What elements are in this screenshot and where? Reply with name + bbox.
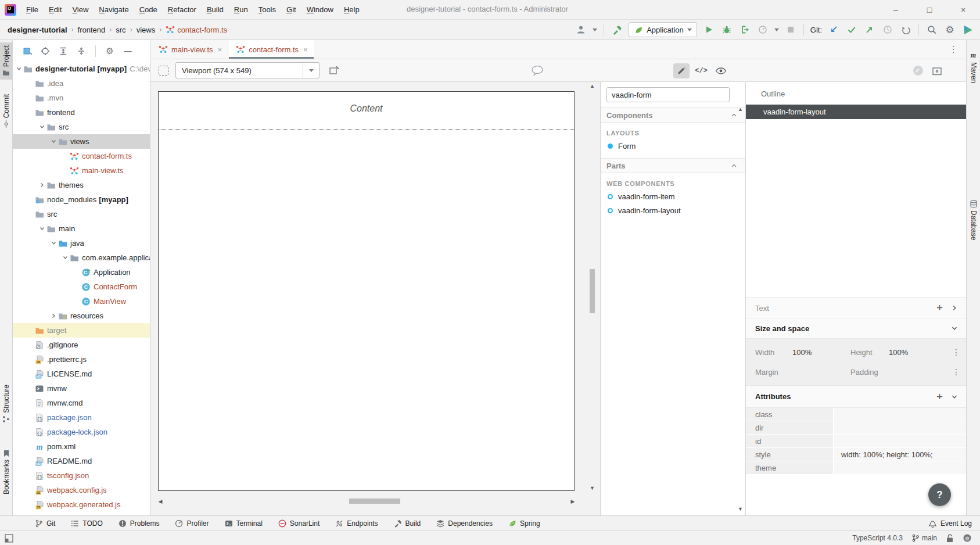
rollback-button[interactable] <box>899 23 912 36</box>
locate-file-button[interactable] <box>40 46 51 56</box>
tree-chevron-icon[interactable] <box>50 240 58 246</box>
tree-row--prettierrc-js[interactable]: JS.prettierrc.js <box>13 352 150 367</box>
minimize-button[interactable]: – <box>879 0 913 20</box>
maximize-button[interactable]: □ <box>913 0 946 20</box>
run-configuration-select[interactable]: Application <box>629 22 697 37</box>
tree-row-src[interactable]: src <box>13 120 150 134</box>
tool-tab-database[interactable]: Database <box>967 197 980 243</box>
tree-row-application[interactable]: CApplication <box>13 265 150 279</box>
editor-tab-main-view-ts[interactable]: main-view.ts× <box>152 40 228 59</box>
menu-git[interactable]: Git <box>281 3 301 16</box>
run-button[interactable] <box>702 23 715 36</box>
menu-refactor[interactable]: Refactor <box>163 3 202 16</box>
palette-scroll-down-icon[interactable]: ▼ <box>738 506 743 512</box>
menu-window[interactable]: Window <box>301 3 339 16</box>
palette-item-vaadin-form-layout[interactable]: vaadin-form-layout <box>601 203 745 217</box>
expand-all-button[interactable] <box>58 46 69 56</box>
edit-mode-button[interactable] <box>673 63 690 78</box>
rotate-viewport-icon[interactable] <box>328 64 340 77</box>
tool-window-button-profiler[interactable]: Profiler <box>175 519 209 528</box>
collapse-size-icon[interactable] <box>951 325 958 332</box>
close-tab-icon[interactable]: × <box>218 45 222 54</box>
tree-row-package-json[interactable]: {}package.json <box>13 410 150 425</box>
expand-text-icon[interactable] <box>951 304 958 311</box>
scroll-left-icon[interactable]: ◀ <box>157 499 163 504</box>
close-tab-icon[interactable]: × <box>303 45 308 54</box>
spacing-row-kebab-icon[interactable]: ⋮ <box>952 367 960 377</box>
tree-row-main[interactable]: main <box>13 221 150 236</box>
tree-chevron-icon[interactable] <box>38 182 46 188</box>
tree-row-mainview[interactable]: CMainView <box>13 294 150 309</box>
tree-row-mvnw[interactable]: mvnw <box>13 381 150 396</box>
tree-row--idea[interactable]: .idea <box>13 76 150 91</box>
tree-row-frontend[interactable]: frontend <box>13 105 150 120</box>
tree-row-webpack-config-js[interactable]: JSwebpack.config.js <box>13 483 150 497</box>
selection-mode-icon[interactable] <box>159 66 168 76</box>
settings-button[interactable]: ⚙ <box>943 23 956 36</box>
tree-chevron-icon[interactable] <box>38 225 46 232</box>
tree-row-target[interactable]: target <box>13 323 150 338</box>
tree-row-com-example-applica[interactable]: com.example.applica <box>13 250 150 265</box>
horizontal-scroll-thumb[interactable] <box>349 499 400 504</box>
tree-row--mvn[interactable]: .mvn <box>13 91 150 105</box>
tool-window-button-terminal[interactable]: Terminal <box>225 519 263 528</box>
tree-chevron-icon[interactable] <box>50 138 58 145</box>
tree-row-pom-xml[interactable]: mpom.xml <box>13 439 150 454</box>
add-text-icon[interactable]: + <box>936 302 943 314</box>
breadcrumb-item[interactable]: designer-tutorial <box>6 24 69 35</box>
tree-row-designer-tutorial[interactable]: designer-tutorial[myapp]C:\dev\ <box>13 62 150 76</box>
hide-panel-button[interactable]: — <box>123 46 133 56</box>
tree-row--gitignore[interactable]: .gitignore <box>13 338 150 352</box>
canvas-horizontal-scrollbar[interactable]: ◀ ▶ <box>157 497 576 505</box>
profiler-caret[interactable] <box>774 28 779 31</box>
tree-chevron-icon[interactable] <box>38 124 46 130</box>
padding-label[interactable]: Padding <box>850 368 878 377</box>
tree-row-main-view-ts[interactable]: main-view.ts <box>13 163 150 178</box>
tree-row-src[interactable]: src <box>13 207 150 221</box>
close-button[interactable]: × <box>946 0 980 20</box>
profiler-button[interactable] <box>756 23 769 36</box>
tool-window-button-spring[interactable]: Spring <box>508 519 540 528</box>
breadcrumb-item[interactable]: views <box>135 24 157 35</box>
editor-tab-contact-form-ts[interactable]: contact-form.ts× <box>229 40 314 59</box>
menu-edit[interactable]: Edit <box>44 3 67 16</box>
menu-help[interactable]: Help <box>339 3 365 16</box>
collapse-attributes-icon[interactable] <box>951 393 958 400</box>
search-everywhere-button[interactable] <box>925 23 938 36</box>
tree-row-package-lock-json[interactable]: {}package-lock.json <box>13 425 150 439</box>
update-project-button[interactable] <box>827 23 840 36</box>
add-attribute-icon[interactable]: + <box>936 390 943 403</box>
margin-label[interactable]: Margin <box>755 368 850 377</box>
attributes-section-header[interactable]: Attributes + <box>746 386 966 408</box>
tree-row-tsconfig-json[interactable]: {}tsconfig.json <box>13 468 150 483</box>
debug-button[interactable] <box>720 23 733 36</box>
tool-tab-bookmarks[interactable]: Bookmarks <box>0 447 12 497</box>
tool-tab-project[interactable]: Project <box>0 42 12 80</box>
user-profile-icon[interactable] <box>575 23 587 36</box>
attribute-value[interactable] <box>834 421 966 434</box>
help-button[interactable]: ? <box>928 483 951 506</box>
tool-tab-maven[interactable]: m Maven <box>967 48 980 86</box>
canvas-vertical-scrollbar[interactable]: ▲ ▼ <box>588 83 597 491</box>
tool-tab-structure[interactable]: Structure <box>0 382 12 426</box>
tree-row-contactform[interactable]: CContactForm <box>13 279 150 294</box>
tree-row-license-md[interactable]: MDLICENSE.md <box>13 367 150 381</box>
attribute-value[interactable] <box>834 435 966 447</box>
menu-file[interactable]: File <box>21 3 44 16</box>
scroll-up-icon[interactable]: ▲ <box>588 83 597 89</box>
tree-row-readme-md[interactable]: MDREADME.md <box>13 454 150 468</box>
lock-icon[interactable] <box>946 534 954 543</box>
attribute-value[interactable] <box>834 408 966 421</box>
push-button[interactable] <box>863 23 876 36</box>
outline-node-selected[interactable]: vaadin-form-layout <box>746 105 966 119</box>
user-dropdown-caret[interactable] <box>593 28 597 31</box>
tree-row-webpack-generated-js[interactable]: JSwebpack.generated.js <box>13 497 150 512</box>
project-scope-selector[interactable] <box>22 46 33 56</box>
viewport-caret[interactable] <box>303 63 319 78</box>
tool-window-button-todo[interactable]: TODO <box>71 519 102 528</box>
tree-row-views[interactable]: views <box>13 134 150 149</box>
breadcrumb-item[interactable]: src <box>114 24 127 35</box>
git-branch-widget[interactable]: main <box>911 534 937 542</box>
palette-item-vaadin-form-item[interactable]: vaadin-form-item <box>601 189 745 203</box>
build-project-button[interactable] <box>611 23 623 36</box>
